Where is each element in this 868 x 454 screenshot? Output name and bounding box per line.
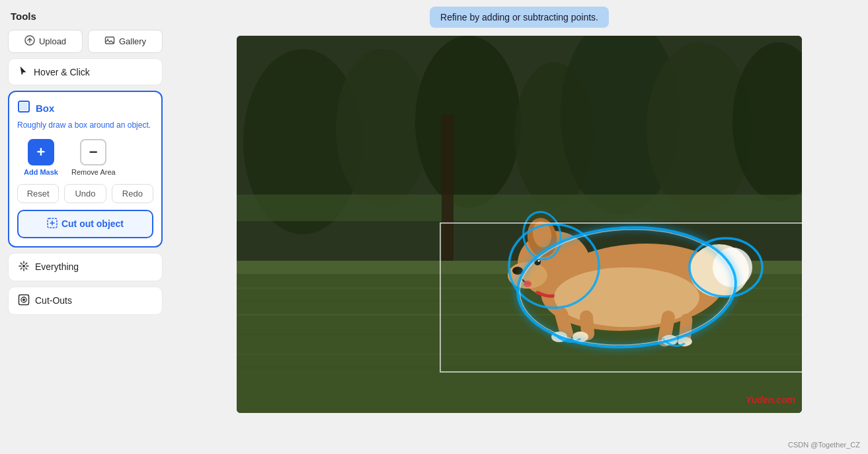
- mask-buttons: + Add Mask − Remove Area: [17, 139, 153, 176]
- svg-rect-22: [237, 334, 802, 335]
- svg-point-35: [554, 267, 699, 327]
- tooltip-text: Refine by adding or subtracting points.: [440, 12, 598, 23]
- upload-button[interactable]: Upload: [8, 30, 83, 53]
- everything-tool[interactable]: Everything: [8, 253, 163, 281]
- box-tool-title: Box: [36, 103, 54, 114]
- box-tool-description: Roughly draw a box around an object.: [17, 120, 153, 131]
- svg-point-34: [524, 281, 532, 287]
- upload-label: Upload: [39, 36, 66, 46]
- svg-rect-25: [442, 115, 454, 261]
- dog-scene-svg: Yuden.com: [237, 36, 802, 413]
- box-tool-panel: Box Roughly draw a box around an object.…: [8, 91, 163, 248]
- watermark-text: Yuden.com: [746, 394, 795, 405]
- cutout-button[interactable]: Cut out object: [17, 210, 153, 238]
- undo-button[interactable]: Undo: [64, 184, 106, 203]
- gallery-label: Gallery: [119, 36, 146, 46]
- remove-area-label: Remove Area: [71, 168, 116, 176]
- hover-click-label: Hover & Click: [34, 67, 90, 77]
- sparkle-icon: [18, 260, 30, 274]
- remove-area-icon: −: [80, 139, 106, 165]
- svg-rect-24: [237, 367, 802, 369]
- tools-title: Tools: [8, 11, 163, 22]
- gallery-icon: [104, 35, 115, 48]
- upload-gallery-row: Upload Gallery: [8, 30, 163, 53]
- main-content: Refine by adding or subtracting points.: [171, 0, 868, 454]
- cutouts-label: Cut-Outs: [35, 295, 72, 306]
- add-mask-button[interactable]: + Add Mask: [24, 139, 58, 176]
- everything-label: Everything: [35, 261, 79, 272]
- svg-point-10: [336, 49, 428, 208]
- sidebar: Tools Upload Gallery: [0, 0, 171, 454]
- redo-button[interactable]: Redo: [112, 184, 153, 203]
- image-canvas[interactable]: Yuden.com: [237, 36, 802, 413]
- svg-point-6: [22, 265, 25, 267]
- reset-button[interactable]: Reset: [17, 184, 59, 203]
- gallery-button[interactable]: Gallery: [88, 30, 163, 53]
- add-mask-icon: +: [28, 139, 54, 165]
- add-mask-label: Add Mask: [24, 168, 58, 176]
- cutouts-icon: [18, 294, 30, 308]
- cursor-icon: [18, 66, 28, 78]
- box-icon: [17, 100, 30, 116]
- hover-click-tool[interactable]: Hover & Click: [8, 58, 163, 85]
- cutout-label: Cut out object: [61, 218, 124, 229]
- cutouts-tool[interactable]: Cut-Outs: [8, 287, 163, 315]
- svg-rect-4: [20, 103, 28, 111]
- svg-point-33: [538, 260, 540, 262]
- action-buttons: Reset Undo Redo: [17, 184, 153, 203]
- cutout-icon: [47, 218, 58, 230]
- box-tool-header: Box: [17, 100, 153, 116]
- remove-area-button[interactable]: − Remove Area: [71, 139, 116, 176]
- upload-icon: [24, 35, 35, 48]
- page-attribution: CSDN @Together_CZ: [788, 441, 860, 449]
- tooltip-bubble: Refine by adding or subtracting points.: [430, 7, 609, 28]
- svg-point-11: [415, 36, 521, 208]
- svg-rect-23: [237, 353, 802, 355]
- svg-rect-16: [237, 195, 802, 221]
